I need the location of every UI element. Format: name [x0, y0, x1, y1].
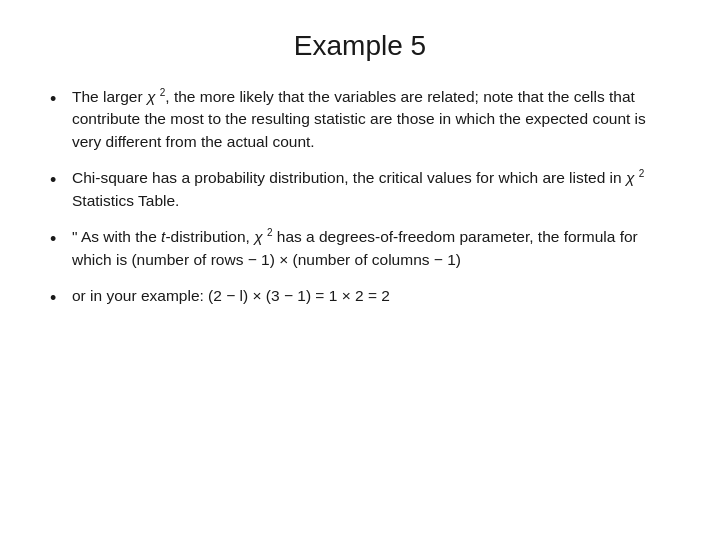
bullet-dot: •: [50, 226, 72, 252]
list-item: • Chi-square has a probability distribut…: [50, 167, 670, 212]
bullet-text-4: or in your example: (2 − l) × (3 − 1) = …: [72, 285, 670, 307]
list-item: • " As with the t-distribution, χ 2 has …: [50, 226, 670, 271]
bullet-dot: •: [50, 86, 72, 112]
bullet-dot: •: [50, 167, 72, 193]
slide-container: Example 5 • The larger χ 2, the more lik…: [0, 0, 720, 540]
slide-title: Example 5: [50, 30, 670, 62]
bullet-list: • The larger χ 2, the more likely that t…: [50, 86, 670, 325]
bullet-text-3: " As with the t-distribution, χ 2 has a …: [72, 226, 670, 271]
bullet-text-2: Chi-square has a probability distributio…: [72, 167, 670, 212]
list-item: • or in your example: (2 − l) × (3 − 1) …: [50, 285, 670, 311]
list-item: • The larger χ 2, the more likely that t…: [50, 86, 670, 153]
bullet-dot: •: [50, 285, 72, 311]
bullet-text-1: The larger χ 2, the more likely that the…: [72, 86, 670, 153]
